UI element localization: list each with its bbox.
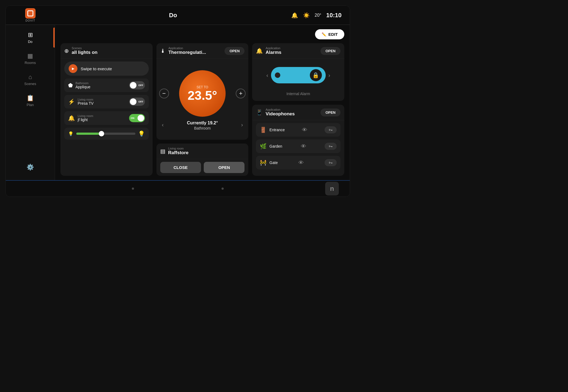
sidebar-item-settings[interactable]: ⚙️ xyxy=(6,160,55,175)
eye-icon-0[interactable]: 👁 xyxy=(302,127,307,133)
scenes-card-info: Scenes all lights on xyxy=(72,46,97,55)
settings-icon: ⚙️ xyxy=(27,164,34,171)
sun-icon: ☀️ xyxy=(303,12,310,19)
video-name-0: Entrance xyxy=(269,128,285,132)
raffstore-body: CLOSE OPEN xyxy=(156,159,249,176)
page-title: Do xyxy=(169,12,177,19)
bell-icon[interactable]: 🔔 xyxy=(291,12,298,19)
sidebar-item-scenes[interactable]: ⌂ Scenes xyxy=(6,70,55,90)
swipe-button[interactable]: ▶ Swipe to execute xyxy=(64,62,149,76)
toggle-knob-0 xyxy=(130,82,136,89)
device-left-2: 🔔 Living room jf light xyxy=(68,114,93,122)
video-left-0: 🚪 Entrance xyxy=(260,127,285,133)
eye-icon-1[interactable]: 👁 xyxy=(301,143,306,150)
thermo-card-info: Application Thermoregulati... xyxy=(168,46,206,55)
eye-icon-2[interactable]: 👁 xyxy=(298,160,304,166)
thermo-icon: 🌡 xyxy=(160,48,166,54)
videophones-open-button[interactable]: OPEN xyxy=(321,109,340,116)
thermo-current-temp: Currently 19.2° xyxy=(187,121,218,125)
bottom-logo: n xyxy=(325,182,339,195)
key-icon-1: 🗝 xyxy=(329,144,333,148)
toggle-0[interactable]: OFF xyxy=(129,81,145,89)
sidebar-item-rooms[interactable]: ▦ Rooms xyxy=(6,49,55,69)
scenes-icon: ⌂ xyxy=(28,74,32,81)
toggle-label-0: OFF xyxy=(138,84,143,87)
thermo-card-name: Thermoregulati... xyxy=(168,50,206,55)
device-room-1: Living room xyxy=(78,98,94,101)
alarm-next-button[interactable]: › xyxy=(328,72,330,78)
toggle-knob-2 xyxy=(138,115,144,121)
alarm-dot xyxy=(274,71,281,79)
key-button-1[interactable]: 🗝 xyxy=(325,143,337,150)
key-button-2[interactable]: 🗝 xyxy=(325,159,337,166)
thermo-open-button[interactable]: OPEN xyxy=(225,47,244,55)
device-info-0: Bathroom Applique xyxy=(75,81,91,89)
pencil-icon: ✏️ xyxy=(322,32,326,37)
main-content: ⊞ Do ▦ Rooms ⌂ Scenes 📋 Plan ⚙️ xyxy=(6,25,350,180)
scenes-card-name: all lights on xyxy=(72,50,97,55)
header: DOVIT Do 🔔 ☀️ 20° 10:10 xyxy=(6,6,350,25)
thermo-header-left: 🌡 Application Thermoregulati... xyxy=(160,46,206,55)
edit-button[interactable]: ✏️ EDIT xyxy=(315,29,344,39)
toggle-label-2: ON xyxy=(131,117,135,119)
raffstore-card: ▤ Living room Raffstore CLOSE OPEN xyxy=(156,144,249,176)
brightness-slider[interactable] xyxy=(76,133,135,135)
thermo-next-button[interactable]: › xyxy=(241,122,243,128)
time-display: 10:10 xyxy=(326,12,342,19)
alarms-icon: 🔔 xyxy=(256,48,263,54)
video-name-2: Gate xyxy=(269,160,278,165)
thermo-increase-button[interactable]: + xyxy=(236,89,246,98)
thermo-set-temp: 23.5° xyxy=(188,89,217,102)
scenes-card-body: ▶ Swipe to execute ⬟ Bathroom Applique xyxy=(60,59,153,176)
plan-icon: 📋 xyxy=(27,95,34,102)
thermo-decrease-button[interactable]: − xyxy=(159,89,169,98)
device-left-0: ⬟ Bathroom Applique xyxy=(68,81,91,89)
toggle-label-1: OFF xyxy=(138,100,143,103)
videophones-card-header: 📱 Application Videophones OPEN xyxy=(252,105,344,120)
grid-icon: ⊞ xyxy=(28,31,33,39)
videophones-body: 🚪 Entrance 👁 🗝 🌿 xyxy=(252,120,344,176)
device-left-1: ⚡ Living room Presa TV xyxy=(68,98,94,106)
alarms-header-left: 🔔 Application Alarms xyxy=(256,46,281,55)
alarm-prev-button[interactable]: ‹ xyxy=(266,72,268,78)
thermo-card: 🌡 Application Thermoregulati... OPEN − xyxy=(156,43,249,140)
raffstore-close-button[interactable]: CLOSE xyxy=(160,162,201,173)
content-area: ✏️ EDIT ⊕ Scenes all lights on xyxy=(55,25,350,180)
video-item-1: 🌿 Garden 👁 🗝 xyxy=(256,139,340,153)
videophones-icon: 📱 xyxy=(256,109,263,116)
key-button-0[interactable]: 🗝 xyxy=(325,126,337,133)
alarm-lock-icon: 🔒 xyxy=(310,69,322,81)
presetv-icon: ⚡ xyxy=(68,98,75,105)
alarm-toggle-area: ‹ 🔒 › xyxy=(256,62,340,89)
thermo-type-label: Application xyxy=(168,46,206,50)
alarms-open-button[interactable]: OPEN xyxy=(321,47,340,55)
header-center: Do xyxy=(55,12,291,19)
thermo-body: − SET TO 23.5° + ‹ Currently 19.2 xyxy=(156,59,249,140)
brightness-row: 💡 💡 xyxy=(64,128,149,140)
device-row-0: ⬟ Bathroom Applique OFF xyxy=(64,78,149,92)
raffstore-header-left: ▤ Living room Raffstore xyxy=(160,147,189,156)
brightness-low-icon: 💡 xyxy=(68,131,74,136)
scenes-card-header: ⊕ Scenes all lights on xyxy=(60,43,153,59)
raffstore-type-label: Living room xyxy=(168,147,189,150)
thermo-location: Bathroom xyxy=(187,126,218,130)
bottom-dot-1 xyxy=(132,188,134,190)
raffstore-open-button[interactable]: OPEN xyxy=(204,162,244,173)
device-room-2: Living room xyxy=(78,114,93,118)
raffstore-buttons: CLOSE OPEN xyxy=(160,162,245,173)
thermo-prev-button[interactable]: ‹ xyxy=(162,122,164,128)
scenes-card: ⊕ Scenes all lights on ▶ Swipe to execut… xyxy=(60,43,153,176)
sidebar-item-plan[interactable]: 📋 Plan xyxy=(6,91,55,111)
toggle-2[interactable]: ON xyxy=(129,114,145,122)
toggle-1[interactable]: OFF xyxy=(129,98,145,106)
swipe-label: Swipe to execute xyxy=(81,66,112,71)
device-info-1: Living room Presa TV xyxy=(78,98,94,106)
device-row-1: ⚡ Living room Presa TV OFF xyxy=(64,95,149,109)
alarms-card-header: 🔔 Application Alarms OPEN xyxy=(252,43,344,59)
alarm-pill[interactable]: 🔒 xyxy=(271,67,326,83)
key-icon-2: 🗝 xyxy=(329,160,333,165)
device-info-2: Living room jf light xyxy=(78,114,93,122)
bottom-dot-2 xyxy=(222,188,224,190)
sidebar-item-do[interactable]: ⊞ Do xyxy=(6,28,55,48)
logo-icon xyxy=(25,8,36,19)
